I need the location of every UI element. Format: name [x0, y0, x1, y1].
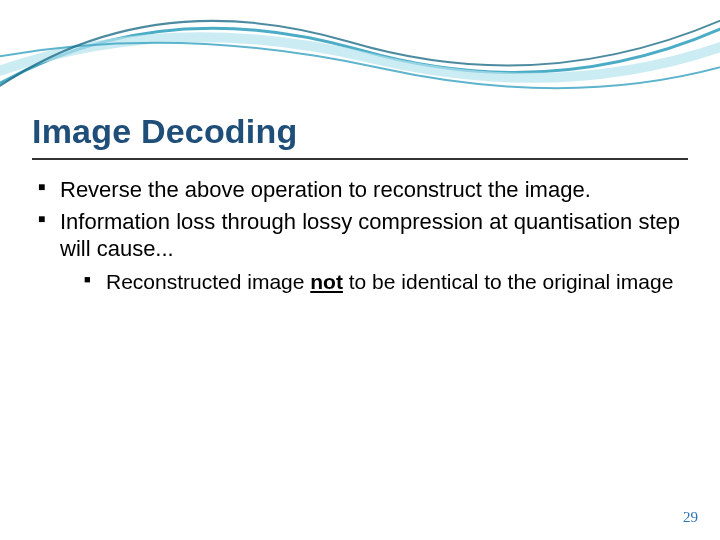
slide-title: Image Decoding — [32, 112, 297, 151]
sub-bullet-item: Reconstructed image not to be identical … — [84, 269, 680, 295]
bullet-item: Information loss through lossy compressi… — [38, 208, 680, 295]
title-underline — [32, 158, 688, 160]
sub-bullet-text-pre: Reconstructed image — [106, 270, 310, 293]
page-number: 29 — [683, 509, 698, 526]
bullet-item: Reverse the above operation to reconstru… — [38, 176, 680, 204]
sub-bullet-text-post: to be identical to the original image — [343, 270, 673, 293]
bullet-text: Information loss through lossy compressi… — [60, 209, 680, 262]
slide: Image Decoding Reverse the above operati… — [0, 0, 720, 540]
sub-bullet-emphasis: not — [310, 270, 343, 293]
slide-body: Reverse the above operation to reconstru… — [38, 176, 680, 299]
wave-decoration — [0, 0, 720, 120]
